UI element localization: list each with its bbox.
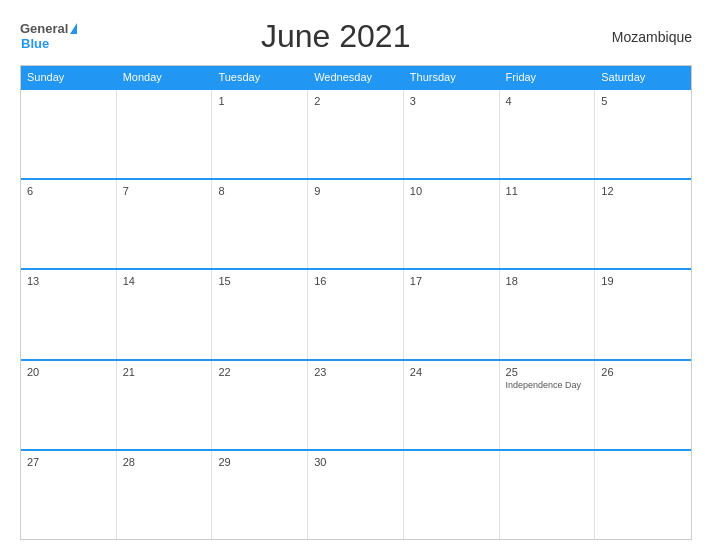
day-cell-25: 25 Independence Day	[500, 361, 596, 449]
day-cell-7: 7	[117, 180, 213, 268]
day-cell-18: 18	[500, 270, 596, 358]
week-row-1: 1 2 3 4 5	[21, 88, 691, 178]
day-cell-23: 23	[308, 361, 404, 449]
calendar-page: General Blue June 2021 Mozambique Sunday…	[0, 0, 712, 550]
day-cell-20: 20	[21, 361, 117, 449]
header-monday: Monday	[117, 66, 213, 88]
day-cell-27: 27	[21, 451, 117, 539]
week-row-5: 27 28 29 30	[21, 449, 691, 539]
day-cell-28: 28	[117, 451, 213, 539]
day-cell-13: 13	[21, 270, 117, 358]
day-cell-12: 12	[595, 180, 691, 268]
header-friday: Friday	[500, 66, 596, 88]
day-cell	[21, 90, 117, 178]
logo-blue-text: Blue	[21, 36, 49, 51]
day-cell-24: 24	[404, 361, 500, 449]
week-row-2: 6 7 8 9 10 11 12	[21, 178, 691, 268]
day-cell-empty	[404, 451, 500, 539]
day-cell-2: 2	[308, 90, 404, 178]
day-cell-29: 29	[212, 451, 308, 539]
logo: General Blue	[20, 22, 79, 51]
day-cell-9: 9	[308, 180, 404, 268]
independence-day-event: Independence Day	[506, 380, 589, 390]
calendar-grid: Sunday Monday Tuesday Wednesday Thursday…	[20, 65, 692, 540]
country-label: Mozambique	[592, 29, 692, 45]
header-sunday: Sunday	[21, 66, 117, 88]
day-cell-5: 5	[595, 90, 691, 178]
calendar-header: General Blue June 2021 Mozambique	[20, 18, 692, 55]
header-thursday: Thursday	[404, 66, 500, 88]
day-cell-8: 8	[212, 180, 308, 268]
day-cell-empty	[500, 451, 596, 539]
weeks-container: 1 2 3 4 5 6 7 8 9 10 11 12 13 14 15	[21, 88, 691, 539]
day-cell-15: 15	[212, 270, 308, 358]
day-cell-21: 21	[117, 361, 213, 449]
week-row-4: 20 21 22 23 24 25 Independence Day 26	[21, 359, 691, 449]
day-cell-30: 30	[308, 451, 404, 539]
day-cell	[117, 90, 213, 178]
day-cell-26: 26	[595, 361, 691, 449]
header-saturday: Saturday	[595, 66, 691, 88]
week-row-3: 13 14 15 16 17 18 19	[21, 268, 691, 358]
logo-general-text: General	[20, 22, 68, 35]
day-cell-1: 1	[212, 90, 308, 178]
day-cell-19: 19	[595, 270, 691, 358]
day-headers-row: Sunday Monday Tuesday Wednesday Thursday…	[21, 66, 691, 88]
day-cell-16: 16	[308, 270, 404, 358]
day-cell-10: 10	[404, 180, 500, 268]
day-cell-14: 14	[117, 270, 213, 358]
calendar-title: June 2021	[79, 18, 592, 55]
header-tuesday: Tuesday	[212, 66, 308, 88]
day-cell-17: 17	[404, 270, 500, 358]
day-cell-3: 3	[404, 90, 500, 178]
day-cell-22: 22	[212, 361, 308, 449]
day-cell-4: 4	[500, 90, 596, 178]
day-cell-11: 11	[500, 180, 596, 268]
header-wednesday: Wednesday	[308, 66, 404, 88]
day-cell-6: 6	[21, 180, 117, 268]
day-cell-empty	[595, 451, 691, 539]
